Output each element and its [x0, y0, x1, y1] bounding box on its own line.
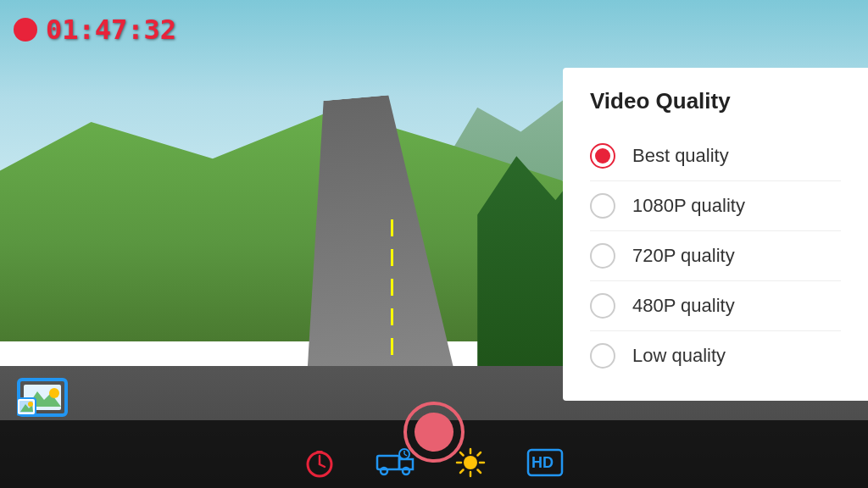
- video-quality-panel: Video Quality Best quality1080P quality7…: [563, 68, 868, 401]
- recording-timer: 01:47:32: [46, 14, 176, 46]
- quality-option-720p[interactable]: 720P quality: [590, 231, 841, 281]
- quality-label-1080p: 1080P quality: [632, 195, 745, 217]
- svg-line-27: [460, 470, 464, 474]
- quality-label-best: Best quality: [632, 145, 729, 167]
- radio-720p: [590, 243, 615, 269]
- svg-point-19: [464, 456, 477, 469]
- svg-point-3: [49, 388, 59, 398]
- panel-title: Video Quality: [590, 88, 841, 114]
- svg-point-14: [381, 468, 387, 474]
- radio-inner-best: [595, 148, 610, 164]
- svg-rect-11: [316, 451, 323, 453]
- recording-indicator: 01:47:32: [14, 14, 176, 46]
- quality-label-low: Low quality: [632, 345, 726, 367]
- quality-option-480p[interactable]: 480P quality: [590, 281, 841, 331]
- svg-point-15: [403, 468, 409, 474]
- radio-480p: [590, 293, 615, 319]
- quality-option-low[interactable]: Low quality: [590, 331, 841, 380]
- timer-toolbar-button[interactable]: [304, 447, 335, 478]
- timer-icon: [304, 447, 335, 478]
- record-button[interactable]: [403, 402, 465, 463]
- svg-rect-12: [377, 456, 399, 469]
- svg-line-25: [478, 470, 481, 474]
- radio-best: [590, 143, 615, 169]
- svg-text:HD: HD: [531, 454, 554, 471]
- quality-option-best[interactable]: Best quality: [590, 131, 841, 181]
- record-button-container: [403, 402, 465, 463]
- recording-dot: [14, 18, 37, 42]
- svg-point-7: [28, 402, 33, 407]
- radio-low: [590, 343, 615, 369]
- quality-options-container: Best quality1080P quality720P quality480…: [590, 131, 841, 380]
- quality-label-480p: 480P quality: [632, 295, 735, 317]
- quality-option-1080p[interactable]: 1080P quality: [590, 181, 841, 231]
- hd-icon: HD: [526, 448, 564, 477]
- gallery-icon[interactable]: [17, 374, 71, 420]
- svg-line-10: [320, 464, 325, 467]
- hd-toolbar-button[interactable]: HD: [526, 448, 564, 477]
- radio-1080p: [590, 193, 615, 219]
- quality-label-720p: 720P quality: [632, 245, 735, 267]
- record-button-inner: [415, 413, 453, 452]
- svg-line-26: [478, 452, 481, 456]
